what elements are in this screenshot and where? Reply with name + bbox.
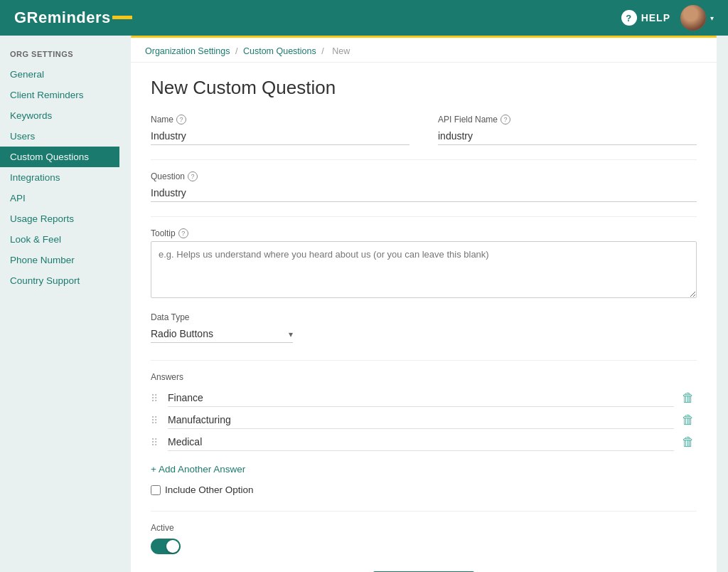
tooltip-info-icon[interactable]: ? — [178, 228, 188, 238]
page-title: New Custom Question — [151, 77, 697, 99]
sidebar-section-title: ORG SETTINGS — [0, 50, 119, 64]
breadcrumb: Organization Settings / Custom Questions… — [131, 38, 717, 63]
avatar-image — [680, 5, 706, 31]
tooltip-group: Tooltip ? — [151, 228, 697, 298]
content-card: Organization Settings / Custom Questions… — [131, 36, 717, 572]
sidebar-item-users[interactable]: Users — [0, 126, 119, 147]
add-another-answer-link[interactable]: + Add Another Answer — [151, 464, 245, 475]
answers-label: Answers — [151, 372, 697, 382]
question-group: Question ? — [151, 171, 697, 202]
header-right: ? HELP ▾ — [621, 5, 714, 31]
breadcrumb-custom-questions[interactable]: Custom Questions — [243, 46, 316, 56]
divider-1 — [151, 159, 697, 160]
active-section: Active — [151, 523, 697, 554]
sidebar-item-api[interactable]: API — [0, 188, 119, 208]
delete-answer-2-button[interactable]: 🗑 — [680, 413, 697, 428]
delete-answer-3-button[interactable]: 🗑 — [680, 435, 697, 450]
avatar-chevron-icon[interactable]: ▾ — [710, 14, 714, 22]
sidebar-item-country-support[interactable]: Country Support — [0, 270, 119, 291]
include-other-group: Include Other Option — [151, 484, 697, 495]
main-content: Organization Settings / Custom Questions… — [119, 36, 728, 572]
divider-3 — [151, 360, 697, 361]
logo: GReminders — [14, 9, 132, 27]
api-field-input[interactable] — [438, 127, 697, 145]
help-label: HELP — [641, 12, 670, 23]
sidebar-item-phone-number[interactable]: Phone Number — [0, 250, 119, 270]
data-type-select-wrapper: Radio Buttons Checkboxes Text Dropdown ▾ — [151, 325, 293, 343]
question-label: Question ? — [151, 171, 697, 181]
sidebar-item-client-reminders[interactable]: Client Reminders — [0, 85, 119, 105]
sidebar-item-general[interactable]: General — [0, 64, 119, 85]
app-header: GReminders ? HELP ▾ — [0, 0, 728, 36]
logo-text: GReminders — [14, 9, 111, 27]
include-other-label[interactable]: Include Other Option — [165, 484, 254, 495]
logo-dash-icon — [112, 16, 132, 19]
active-toggle[interactable] — [151, 539, 181, 554]
help-button[interactable]: ? HELP — [621, 10, 670, 26]
answer-row-1: ⠿ 🗑 — [151, 389, 697, 407]
breadcrumb-org-settings[interactable]: Organization Settings — [145, 46, 230, 56]
drag-handle-icon-2[interactable]: ⠿ — [151, 415, 162, 426]
divider-4 — [151, 511, 697, 512]
drag-handle-icon-3[interactable]: ⠿ — [151, 437, 162, 448]
data-type-label: Data Type — [151, 312, 697, 322]
name-info-icon[interactable]: ? — [176, 115, 186, 125]
answer-input-1[interactable] — [168, 389, 674, 407]
main-layout: ORG SETTINGS General Client Reminders Ke… — [0, 36, 728, 572]
name-input[interactable] — [151, 127, 410, 145]
toggle-wrapper — [151, 539, 697, 554]
active-label: Active — [151, 523, 697, 533]
form-area: New Custom Question Name ? API Field Nam… — [131, 63, 717, 572]
include-other-checkbox[interactable] — [151, 485, 161, 495]
sidebar-item-integrations[interactable]: Integrations — [0, 167, 119, 188]
name-label: Name ? — [151, 115, 410, 125]
name-api-row: Name ? API Field Name ? — [151, 115, 697, 145]
name-group: Name ? — [151, 115, 410, 145]
sidebar-item-look-feel[interactable]: Look & Feel — [0, 229, 119, 250]
answers-section: Answers ⠿ 🗑 ⠿ 🗑 ⠿ 🗑 — [151, 372, 697, 451]
breadcrumb-new: New — [332, 46, 350, 56]
question-info-icon[interactable]: ? — [188, 171, 198, 181]
answer-row-3: ⠿ 🗑 — [151, 433, 697, 451]
breadcrumb-sep-2: / — [321, 46, 326, 56]
user-avatar[interactable] — [680, 5, 706, 31]
api-field-label: API Field Name ? — [438, 115, 697, 125]
divider-2 — [151, 216, 697, 217]
sidebar-item-usage-reports[interactable]: Usage Reports — [0, 208, 119, 229]
sidebar-item-custom-questions[interactable]: Custom Questions — [0, 147, 119, 167]
sidebar: ORG SETTINGS General Client Reminders Ke… — [0, 36, 119, 572]
drag-handle-icon-1[interactable]: ⠿ — [151, 393, 162, 404]
sidebar-item-keywords[interactable]: Keywords — [0, 105, 119, 126]
tooltip-textarea[interactable] — [151, 241, 697, 298]
answer-row-2: ⠿ 🗑 — [151, 411, 697, 429]
answer-input-3[interactable] — [168, 433, 674, 451]
api-field-group: API Field Name ? — [438, 115, 697, 145]
question-input[interactable] — [151, 184, 697, 202]
help-icon: ? — [621, 10, 637, 26]
api-field-info-icon[interactable]: ? — [500, 115, 510, 125]
data-type-select[interactable]: Radio Buttons Checkboxes Text Dropdown — [151, 325, 293, 343]
answer-input-2[interactable] — [168, 411, 674, 429]
breadcrumb-sep-1: / — [235, 46, 240, 56]
delete-answer-1-button[interactable]: 🗑 — [680, 391, 697, 406]
tooltip-label: Tooltip ? — [151, 228, 697, 238]
data-type-group: Data Type Radio Buttons Checkboxes Text … — [151, 312, 697, 343]
toggle-knob — [166, 540, 179, 553]
